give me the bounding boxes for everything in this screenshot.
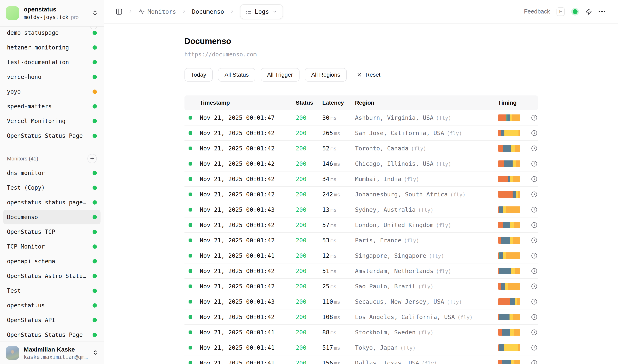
col-status[interactable]: Status: [296, 100, 322, 106]
filter-trigger[interactable]: All Trigger: [261, 68, 299, 81]
sidebar-monitor-test[interactable]: Test: [3, 283, 101, 298]
timing-details-button[interactable]: [530, 344, 538, 351]
timing-details-button[interactable]: [530, 283, 538, 290]
sidebar-monitor-openapi-schema[interactable]: openapi schema: [3, 254, 101, 269]
col-timestamp[interactable]: Timestamp: [200, 100, 296, 106]
user-menu[interactable]: Maximilian Kaske kaske.maximilian@gmail…: [0, 341, 104, 364]
filter-regions[interactable]: All Regions: [305, 68, 347, 81]
timing-segment-dns: [498, 115, 507, 121]
timing-bar[interactable]: [498, 329, 521, 336]
sidebar-page-verce-hono[interactable]: verce-hono: [3, 69, 101, 84]
sidebar-page-speed-matters[interactable]: speed-matters: [3, 99, 101, 114]
sidebar-page-openstatus-status-page[interactable]: OpenStatus Status Page: [3, 128, 101, 143]
workspace-name: openstatus: [24, 6, 79, 13]
breadcrumb-monitors[interactable]: Monitors: [139, 8, 176, 15]
timing-bar[interactable]: [498, 344, 521, 351]
timestamp-cell: Nov 21, 2025 00:01:42: [200, 283, 296, 290]
timing-details-button[interactable]: [530, 360, 538, 364]
log-row[interactable]: Nov 21, 2025 00:01:4120088msStockholm, S…: [184, 325, 538, 340]
sidebar-page-vercel-monitoring[interactable]: Vercel Monitoring: [3, 114, 101, 128]
sidebar-page-demo-statuspage[interactable]: demo-statuspage: [3, 26, 101, 40]
timing-bar[interactable]: [498, 176, 521, 182]
timing-details-button[interactable]: [530, 299, 538, 305]
timing-details-button[interactable]: [530, 176, 538, 182]
timing-bar[interactable]: [498, 191, 521, 198]
log-row[interactable]: Nov 21, 2025 00:01:42200146msChicago, Il…: [184, 156, 538, 171]
timing-details-button[interactable]: [530, 115, 538, 121]
timing-details-button[interactable]: [530, 252, 538, 259]
log-row[interactable]: Nov 21, 2025 00:01:42200242msJohannesbur…: [184, 187, 538, 202]
log-row[interactable]: Nov 21, 2025 00:01:42200265msSan Jose, C…: [184, 126, 538, 141]
filter-date[interactable]: Today: [184, 68, 213, 81]
filter-status[interactable]: All Status: [218, 68, 255, 81]
timing-bar[interactable]: [498, 237, 521, 244]
timing-details-button[interactable]: [530, 237, 538, 244]
col-region[interactable]: Region: [355, 100, 498, 106]
sidebar-monitor-openstatus-api[interactable]: OpenStatus API: [3, 313, 101, 327]
timing-details-button[interactable]: [530, 314, 538, 320]
sidebar-monitor-openstatus-astro-statu[interactable]: OpenStatus Astro Statu…: [3, 269, 101, 283]
timing-bar[interactable]: [498, 145, 521, 152]
sidebar-toggle-button[interactable]: [116, 8, 123, 15]
timing-bar[interactable]: [498, 252, 521, 259]
more-options-button[interactable]: [599, 11, 605, 12]
log-row[interactable]: Nov 21, 2025 00:01:4320013msSydney, Aust…: [184, 202, 538, 218]
sidebar-page-hetzner-monitoring[interactable]: hetzner monitoring: [3, 40, 101, 55]
view-selector-logs[interactable]: Logs: [240, 4, 283, 19]
log-row[interactable]: Nov 21, 2025 00:01:41200156msDallas, Tex…: [184, 355, 538, 364]
log-row[interactable]: Nov 21, 2025 00:01:4220053msParis, Franc…: [184, 233, 538, 248]
timing-details-button[interactable]: [530, 207, 538, 213]
timing-bar[interactable]: [498, 314, 521, 320]
timing-bar[interactable]: [498, 115, 521, 121]
timing-bar[interactable]: [498, 268, 521, 274]
timing-details-button[interactable]: [530, 191, 538, 198]
timing-bar[interactable]: [498, 360, 521, 364]
timing-bar[interactable]: [498, 160, 521, 167]
sidebar-monitor-openstatus-tcp[interactable]: OpenStatus TCP: [3, 224, 101, 239]
sidebar-monitor-openstatus-status-page[interactable]: openstatus status page…: [3, 195, 101, 210]
log-row[interactable]: Nov 21, 2025 00:01:43200110msSecaucus, N…: [184, 294, 538, 310]
timing-bar[interactable]: [498, 130, 521, 136]
up-status-dot: [92, 45, 97, 50]
timing-details-button[interactable]: [530, 268, 538, 274]
log-row[interactable]: Nov 21, 2025 00:01:4120012msSingapore, S…: [184, 248, 538, 263]
sidebar-monitor-tcp-monitor[interactable]: TCP Monitor: [3, 239, 101, 254]
sidebar-scroll-area[interactable]: demo-statuspagehetzner monitoringtest-do…: [0, 26, 104, 341]
feedback-link[interactable]: Feedback: [524, 8, 550, 15]
timing-bar[interactable]: [498, 207, 521, 213]
timing-details-button[interactable]: [530, 130, 538, 136]
success-indicator: [189, 330, 192, 334]
log-row[interactable]: Nov 21, 2025 00:01:4720030msAshburn, Vir…: [184, 110, 538, 126]
sidebar-page-test-documentation[interactable]: test-documentation: [3, 55, 101, 69]
col-timing[interactable]: Timing: [498, 100, 530, 106]
log-row[interactable]: Nov 21, 2025 00:01:4220025msSao Paulo, B…: [184, 279, 538, 294]
breadcrumb-documenso[interactable]: Documenso: [192, 8, 224, 15]
sidebar-monitor-documenso[interactable]: Documenso: [3, 210, 101, 224]
timing-details-button[interactable]: [530, 145, 538, 152]
system-status-indicator[interactable]: [571, 8, 579, 15]
log-row[interactable]: Nov 21, 2025 00:01:4220057msLondon, Unit…: [184, 218, 538, 233]
command-button[interactable]: [586, 8, 592, 15]
log-row[interactable]: Nov 21, 2025 00:01:42200108msLos Angeles…: [184, 310, 538, 325]
reset-filters-button[interactable]: Reset: [352, 68, 385, 81]
log-row[interactable]: Nov 21, 2025 00:01:4220052msToronto, Can…: [184, 141, 538, 156]
log-row[interactable]: Nov 21, 2025 00:01:41200517msTokyo, Japa…: [184, 340, 538, 355]
sidebar-monitor-test-copy[interactable]: Test (Copy): [3, 180, 101, 195]
log-row[interactable]: Nov 21, 2025 00:01:4220051msAmsterdam, N…: [184, 263, 538, 279]
sidebar-monitor-dns-monitor[interactable]: dns monitor: [3, 166, 101, 180]
add-monitor-button[interactable]: [88, 154, 97, 163]
timing-bar[interactable]: [498, 299, 521, 305]
col-latency[interactable]: Latency: [322, 100, 355, 106]
timing-details-button[interactable]: [530, 160, 538, 167]
timing-details-button[interactable]: [530, 222, 538, 228]
timing-bar[interactable]: [498, 283, 521, 290]
sidebar-monitor-openstatus-status-page[interactable]: OpenStatus Status Page: [3, 327, 101, 341]
log-row[interactable]: Nov 21, 2025 00:01:4220034msMumbai, Indi…: [184, 171, 538, 187]
clock-icon: [531, 222, 538, 228]
sidebar-page-yoyo[interactable]: yoyo: [3, 84, 101, 99]
timestamp-cell: Nov 21, 2025 00:01:42: [200, 160, 296, 167]
timing-bar[interactable]: [498, 222, 521, 228]
timing-details-button[interactable]: [530, 329, 538, 336]
sidebar-monitor-openstat-us[interactable]: openstat.us: [3, 298, 101, 313]
workspace-switcher[interactable]: openstatus moldy-joystick pro: [0, 0, 104, 26]
